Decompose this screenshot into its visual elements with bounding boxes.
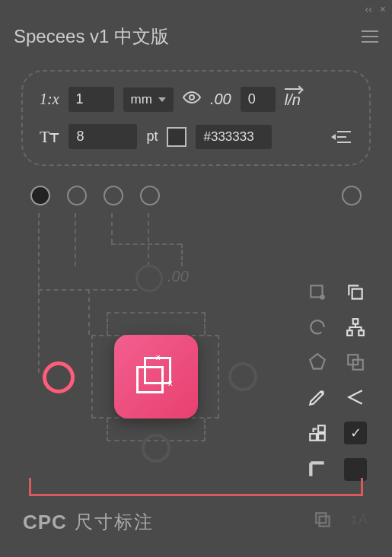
pentagon-icon[interactable] (307, 352, 328, 373)
anchor-option-right[interactable] (342, 186, 362, 205)
line-notation-icon[interactable]: l/n (285, 90, 301, 109)
svg-rect-11 (310, 434, 317, 441)
anchor-row (0, 180, 392, 205)
svg-rect-10 (318, 425, 325, 432)
diagram-stage: .00 x x ✓ (15, 213, 377, 487)
scale-input[interactable] (69, 87, 114, 112)
overlap-icon[interactable] (345, 352, 366, 373)
svg-rect-12 (318, 434, 325, 441)
guide-line (38, 289, 137, 291)
chevron-down-icon (158, 97, 166, 102)
hierarchy-icon[interactable] (345, 317, 366, 338)
close-button[interactable]: × (380, 3, 386, 15)
svg-rect-6 (359, 330, 364, 336)
tool-grid: ✓ (304, 282, 369, 481)
svg-rect-3 (352, 289, 362, 299)
font-size-label: Tᴛ (40, 127, 59, 147)
hex-input[interactable] (196, 125, 272, 149)
panel-title: Specees v1 中文版 (14, 24, 169, 49)
guide-line (75, 213, 76, 266)
footer-dimension-icon[interactable] (314, 511, 333, 533)
collapse-button[interactable]: ‹‹ (365, 3, 371, 15)
dimension-tile[interactable]: x x (114, 335, 198, 419)
guide-line (111, 213, 113, 243)
guide-line (38, 213, 40, 373)
svg-rect-4 (353, 319, 359, 324)
decimal-hint: .00 (167, 268, 189, 285)
footer-label: 尺寸标注 (75, 510, 154, 534)
svg-rect-5 (347, 330, 352, 336)
font-unit-label: pt (146, 129, 158, 145)
anchor-option-4[interactable] (140, 186, 160, 205)
check-toggle[interactable]: ✓ (344, 422, 367, 444)
svg-point-0 (190, 95, 194, 100)
decimals-input[interactable] (241, 87, 276, 112)
group-icon[interactable] (307, 422, 328, 444)
anchor-option-3[interactable] (104, 186, 123, 205)
active-anchor-dot[interactable] (43, 361, 75, 393)
settings-panel: 1:x mm .00 l/n Tᴛ pt (21, 70, 371, 166)
svg-point-9 (321, 391, 323, 393)
text-align-icon[interactable] (331, 129, 352, 145)
annotate-icon[interactable] (307, 282, 328, 303)
window-titlebar: ‹‹ × (0, 0, 392, 18)
svg-rect-14 (316, 513, 326, 523)
svg-rect-13 (320, 517, 330, 527)
guide-line (88, 289, 90, 335)
dimension-bracket (29, 478, 363, 496)
color-swatch[interactable] (167, 127, 186, 147)
menu-icon[interactable] (362, 30, 378, 43)
guide-line (111, 243, 181, 245)
unit-select[interactable]: mm (123, 88, 174, 112)
footer: CPC 尺寸标注 ɪA (0, 510, 392, 534)
guide-line (181, 243, 183, 266)
unit-value: mm (131, 92, 152, 107)
decimals-label: .00 (210, 91, 231, 108)
dimension-icon: x x (136, 357, 176, 396)
scale-label: 1:x (40, 91, 59, 108)
refresh-icon[interactable] (307, 317, 328, 338)
frame-top (107, 312, 206, 335)
footer-text-icon[interactable]: ɪA (352, 511, 369, 533)
brand-logo: CPC (23, 511, 67, 534)
node-circle[interactable] (135, 265, 163, 292)
anchor-option-1[interactable] (30, 186, 50, 205)
panel-header: Specees v1 中文版 (0, 18, 392, 62)
pen-icon[interactable] (307, 387, 328, 408)
font-size-input[interactable] (69, 124, 137, 149)
copy-icon[interactable] (345, 282, 366, 303)
corner-icon[interactable] (307, 459, 328, 480)
anchor-option-2[interactable] (67, 186, 87, 205)
arrow-left-icon[interactable] (345, 387, 366, 408)
guide-line (148, 213, 149, 266)
anchor-bottom-dot[interactable] (142, 434, 171, 463)
eye-icon[interactable] (183, 88, 201, 111)
anchor-right-dot[interactable] (228, 362, 257, 391)
